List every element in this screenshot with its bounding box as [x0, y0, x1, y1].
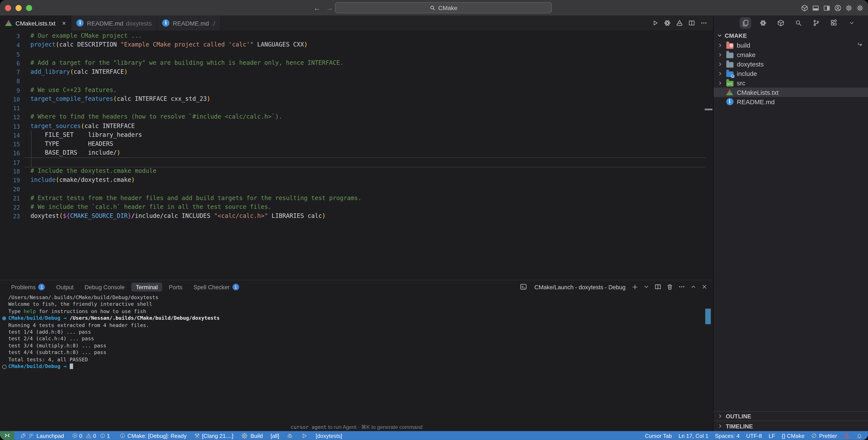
search-icon — [429, 5, 435, 11]
zoom-window-button[interactable] — [26, 5, 32, 11]
statusbar-item-label: Ln 17, Col 1 — [678, 433, 708, 439]
statusbar-item[interactable] — [844, 433, 849, 439]
explorer-item-cmakelists-txt[interactable]: CMakeLists.txt — [714, 87, 868, 97]
code-line-22: 22# We include the `calc.h` header file … — [0, 203, 713, 212]
statusbar-item-cmake[interactable]: {} CMake — [782, 433, 804, 439]
bottom-panel: Problems1OutputDebug ConsoleTerminalPort… — [0, 280, 713, 432]
diagnostics-status[interactable]: 001 — [72, 433, 112, 439]
back-arrow-icon[interactable]: ← — [313, 4, 321, 12]
folder-icon — [726, 62, 733, 67]
panel-tab-label: Output — [56, 284, 73, 290]
panel-bottom-icon[interactable] — [812, 4, 819, 11]
gear-icon[interactable] — [857, 4, 864, 11]
line-number: 16 — [0, 149, 20, 157]
terminal-line: CMake/build/Debug → — [0, 363, 704, 370]
panel-tab-output[interactable]: Output — [52, 283, 78, 291]
command-decoration-open[interactable] — [2, 365, 7, 369]
statusbar-right: Cursor TabLn 17, Col 1Spaces: 4UTF-8LF{}… — [645, 433, 862, 439]
statusbar-item[interactable] — [287, 433, 293, 439]
statusbar-item-lf[interactable]: LF — [769, 433, 775, 439]
explorer-item-cmake[interactable]: cmake — [714, 50, 868, 59]
close-icon[interactable] — [701, 284, 707, 290]
goto-arrow-icon[interactable] — [857, 41, 863, 49]
tab-readme-md[interactable]: iREADME.md./ — [157, 16, 221, 30]
activity-extensions-icon[interactable] — [828, 17, 840, 29]
explorer-item-label: README.md — [737, 98, 775, 105]
terminal-session-title[interactable]: CMake/Launch - doxytests - Debug — [534, 284, 625, 290]
activity-search-icon[interactable] — [793, 17, 804, 29]
panel-right-icon[interactable] — [823, 4, 831, 11]
command-center-search[interactable]: CMake — [335, 2, 552, 13]
statusbar-item-launchpad[interactable]: Launchpad — [20, 433, 64, 439]
tab-cmakelists-txt[interactable]: CMakeLists.txt× — [0, 16, 71, 30]
activity-box-icon[interactable] — [775, 17, 786, 29]
activity-openai-icon[interactable] — [757, 17, 769, 29]
statusbar-item-all[interactable]: [all] — [271, 433, 279, 439]
terminal-icon — [520, 283, 527, 291]
panel-tab-terminal[interactable]: Terminal — [131, 283, 162, 291]
line-number: 21 — [0, 194, 20, 203]
terminal-output[interactable]: /Users/Nessan/.builds/CMake/build/Debug/… — [0, 294, 704, 421]
forward-arrow-icon[interactable]: → — [326, 4, 333, 12]
explorer-item-doxytests[interactable]: doxytests — [714, 59, 868, 69]
remote-indicator[interactable] — [0, 431, 14, 440]
explorer-item-include[interactable]: include — [714, 69, 868, 78]
panel-tab-debug-console[interactable]: Debug Console — [80, 283, 129, 291]
explorer-item-build[interactable]: build — [714, 40, 868, 50]
split-editor-icon[interactable] — [654, 283, 662, 291]
code-line-11: 11 — [0, 104, 713, 113]
explorer-item-label: CMakeLists.txt — [737, 89, 779, 96]
chevron-up-icon[interactable] — [690, 284, 696, 290]
tab-readme-md[interactable]: iREADME.mddoxytests — [71, 16, 157, 30]
explorer-item-readme-md[interactable]: iREADME.md — [714, 97, 868, 106]
statusbar-item-ln-17-col-1[interactable]: Ln 17, Col 1 — [678, 433, 708, 439]
openai-icon[interactable] — [664, 19, 671, 27]
code-editor[interactable]: 3# Our example CMake project ...4project… — [0, 30, 713, 280]
panel-tab-spell-checker[interactable]: Spell Checker1 — [189, 283, 243, 291]
line-number: 11 — [0, 104, 20, 113]
account-icon[interactable] — [834, 4, 841, 11]
activity-files-icon[interactable] — [740, 17, 751, 29]
explorer-item-src[interactable]: src — [714, 78, 868, 87]
explorer-header[interactable]: CMAKE — [714, 30, 868, 40]
statusbar-item-clang-21[interactable]: ⚒[Clang 21....] — [194, 433, 233, 439]
statusbar-item-build[interactable]: Build — [241, 432, 262, 439]
close-window-button[interactable] — [5, 5, 11, 11]
activity-branch-icon[interactable] — [810, 17, 822, 29]
play-icon[interactable] — [652, 19, 659, 27]
statusbar-item-prettier[interactable]: Prettier — [811, 433, 837, 439]
rocket-icon — [20, 433, 26, 439]
statusbar-item[interactable] — [857, 433, 862, 439]
statusbar-item-spaces-4[interactable]: Spaces: 4 — [715, 433, 740, 439]
statusbar-item-doxytests[interactable]: [doxytests] — [316, 433, 342, 439]
panel-tab-problems[interactable]: Problems1 — [7, 283, 50, 291]
close-tab-icon[interactable]: × — [62, 19, 66, 27]
code-line-18: 18# Include the doxytest.cmake module — [0, 167, 713, 176]
minimize-window-button[interactable] — [16, 5, 22, 11]
split-editor-icon[interactable] — [688, 19, 695, 27]
statusbar-item-cursor-tab[interactable]: Cursor Tab — [645, 433, 672, 439]
panel-tab-ports[interactable]: Ports — [164, 283, 187, 291]
statusbar-item-label: UTF-8 — [746, 433, 762, 439]
statusbar-item-utf-8[interactable]: UTF-8 — [746, 433, 762, 439]
tri-swirl-icon[interactable] — [676, 19, 683, 27]
gear-icon[interactable] — [845, 4, 852, 11]
statusbar-item-label: Launchpad — [37, 433, 64, 439]
ellipsis-icon[interactable] — [678, 283, 685, 291]
tab-label: README.md — [173, 20, 209, 26]
trash-icon[interactable] — [666, 284, 673, 290]
ellipsis-icon[interactable] — [700, 19, 708, 27]
openai-icon — [760, 19, 767, 27]
tabs-container: CMakeLists.txt×iREADME.mddoxytestsiREADM… — [0, 16, 221, 30]
command-decoration-filled[interactable] — [2, 317, 6, 320]
box-icon[interactable] — [801, 4, 808, 11]
activity-chevron-down-icon[interactable] — [846, 17, 858, 29]
chevron-down-icon[interactable] — [643, 284, 649, 290]
statusbar-item-cmake-debug-ready[interactable]: CMake: [Debug]: Ready — [119, 433, 186, 439]
history-nav: ← → — [313, 0, 333, 16]
tabbar: CMakeLists.txt×iREADME.mddoxytestsiREADM… — [0, 16, 713, 30]
statusbar-item[interactable] — [301, 432, 308, 439]
sidebar-section-timeline[interactable]: TIMELINE — [714, 420, 868, 431]
plus-icon[interactable] — [632, 284, 638, 290]
sidebar-section-outline[interactable]: OUTLINE — [714, 411, 868, 420]
